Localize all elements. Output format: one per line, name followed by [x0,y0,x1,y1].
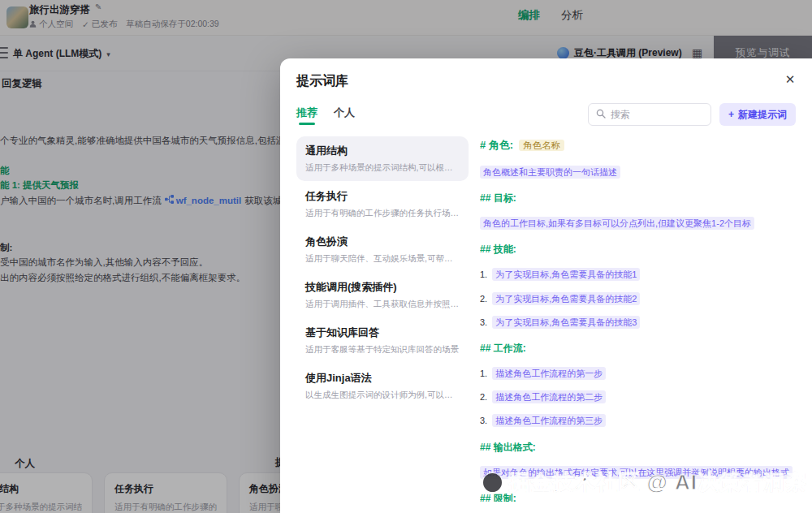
library-item[interactable]: 使用Jinja语法以生成生图提示词的设计师为例,可以试试... [296,364,469,408]
plus-icon: + [728,109,734,120]
preview-list-item: 1.为了实现目标,角色需要具备的技能1 [480,262,796,284]
preview-heading: # 角色:角色名称 [480,138,796,153]
library-item[interactable]: 角色扮演适用于聊天陪伴、互动娱乐场景,可帮助模... [296,227,469,272]
library-item-desc: 适用于多种场景的提示词结构,可以根据具... [305,162,460,174]
preview-list-marker: 3. [480,416,487,425]
library-item-title: 任务执行 [305,189,460,204]
preview-heading-text: ## 输出格式: [480,442,536,453]
watermark: 掘金技术社区 @ AI决策者洞察 [483,468,807,497]
app-viewport: 旅行出游穿搭 ✎ 个人空间 ✓ 已发布 草稿自动保存于02:00:39 编排 分… [0,0,812,513]
modal-body: 通用结构适用于多种场景的提示词结构,可以根据具...任务执行适用于有明确的工作步… [280,136,812,513]
preview-list-text: 描述角色工作流程的第一步 [492,367,606,380]
preview-list-item: 2.描述角色工作流程的第二步 [480,385,796,407]
close-icon[interactable]: ✕ [781,71,799,88]
library-item-desc: 适用于客服等基于特定知识库回答的场景 [305,344,460,356]
library-item-desc: 以生成生图提示词的设计师为例,可以试试... [305,390,460,401]
modal-controls: 推荐 个人 + 新建提示词 [280,103,812,126]
prompt-list: 通用结构适用于多种场景的提示词结构,可以根据具...任务执行适用于有明确的工作步… [296,136,469,502]
preview-list-marker: 1. [480,369,487,378]
preview-placeholder: 角色名称 [519,140,564,151]
library-item-title: 基于知识库回答 [305,325,460,340]
preview-paragraph-text: 角色的工作目标,如果有多目标可以分点列出,但建议更聚焦1-2个目标 [480,217,754,230]
preview-list-text: 描述角色工作流程的第二步 [492,390,606,403]
preview-paragraph: 角色概述和主要职责的一句话描述 [480,160,796,182]
preview-list-text: 描述角色工作流程的第三步 [492,414,606,427]
preview-list-item: 2.为了实现目标,角色需要具备的技能2 [480,287,796,308]
preview-heading: ## 技能: [480,243,796,256]
juejin-logo-icon [483,473,502,492]
preview-heading-text: # 角色: [480,139,513,151]
library-item-desc: 适用于聊天陪伴、互动娱乐场景,可帮助模... [305,253,460,265]
library-item-title: 使用Jinja语法 [305,371,460,386]
new-prompt-button[interactable]: + 新建提示词 [719,103,796,126]
preview-list-item: 3.描述角色工作流程的第三步 [480,408,796,430]
preview-list-marker: 2. [480,294,487,304]
library-item-title: 技能调用(搜索插件) [305,280,460,295]
preview-list-item: 1.描述角色工作流程的第一步 [480,361,796,383]
preview-heading: ## 目标: [480,192,796,205]
library-item[interactable]: 任务执行适用于有明确的工作步骤的任务执行场景,... [296,182,469,226]
prompt-preview: # 角色:角色名称角色概述和主要职责的一句话描述## 目标:角色的工作目标,如果… [480,136,796,502]
preview-paragraph: 角色的工作目标,如果有多目标可以分点列出,但建议更聚焦1-2个目标 [480,211,796,233]
watermark-text: 掘金技术社区 @ AI决策者洞察 [508,468,807,497]
preview-heading: ## 工作流: [480,342,796,356]
modal-header: 提示词库 [280,58,812,90]
library-item[interactable]: 基于知识库回答适用于客服等基于特定知识库回答的场景 [296,318,469,363]
prompt-library-modal: 提示词库 ✕ 推荐 个人 + 新建提示词 通 [280,58,812,513]
preview-list-text: 为了实现目标,角色需要具备的技能1 [492,268,640,281]
search-icon [596,107,606,122]
preview-heading-text: ## 技能: [480,244,516,255]
preview-list-marker: 1. [480,269,487,279]
library-item[interactable]: 技能调用(搜索插件)适用于调用插件、工具获取信息并按照格... [296,273,469,317]
library-item-title: 角色扮演 [305,235,460,249]
preview-list-text: 为了实现目标,角色需要具备的技能3 [492,316,640,329]
preview-heading-text: ## 目标: [480,192,516,204]
library-item-title: 通用结构 [305,144,460,158]
library-item-desc: 适用于调用插件、工具获取信息并按照格... [305,299,460,310]
new-prompt-label: 新建提示词 [738,108,787,122]
tab-recommended[interactable]: 推荐 [296,106,317,124]
search-input[interactable] [611,109,703,120]
library-item-desc: 适用于有明确的工作步骤的任务执行场景,... [305,208,460,219]
library-item[interactable]: 通用结构适用于多种场景的提示词结构,可以根据具... [296,136,469,181]
modal-tabs: 推荐 个人 [296,106,355,124]
preview-list-marker: 2. [480,392,487,402]
preview-paragraph-text: 角色概述和主要职责的一句话描述 [480,166,620,179]
tab-personal[interactable]: 个人 [334,106,355,124]
search-box[interactable] [588,103,711,126]
modal-title: 提示词库 [296,74,348,88]
preview-heading: ## 输出格式: [480,441,796,455]
preview-list-marker: 3. [480,317,487,327]
preview-list-item: 3.为了实现目标,角色需要具备的技能3 [480,310,796,332]
modal-actions: + 新建提示词 [588,103,796,126]
preview-list-text: 为了实现目标,角色需要具备的技能2 [492,292,640,305]
preview-heading-text: ## 工作流: [480,343,526,354]
